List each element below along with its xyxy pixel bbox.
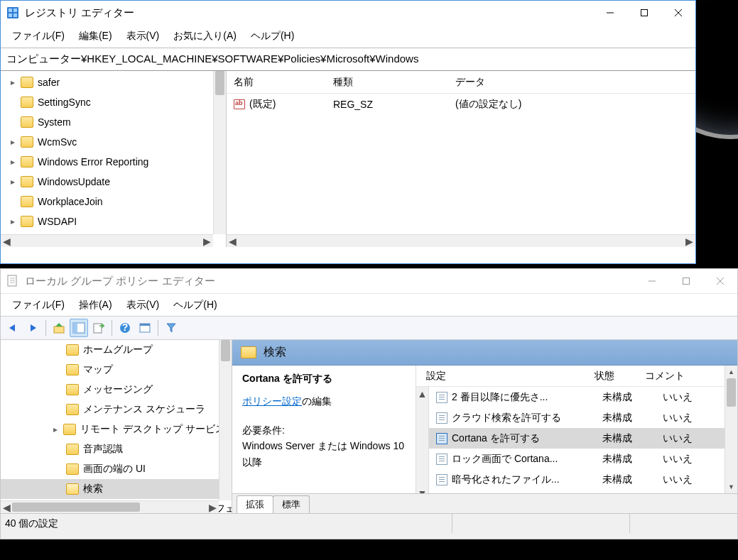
regedit-titlebar[interactable]: レジストリ エディター (1, 1, 695, 25)
policy-setting-link[interactable]: ポリシー設定 (242, 395, 302, 407)
tab-extended[interactable]: 拡張 (237, 495, 273, 513)
chevron-icon[interactable]: ▸ (11, 137, 21, 147)
gpedit-title: ローカル グループ ポリシー エディター (25, 275, 635, 288)
setting-row[interactable]: ロック画面で Cortana...未構成いいえ (429, 449, 737, 469)
col-setting[interactable]: 設定 (416, 370, 565, 383)
menu-help[interactable]: ヘルプ(H) (244, 27, 301, 45)
col-state[interactable]: 状態 (565, 370, 636, 383)
minimize-button[interactable] (635, 270, 669, 292)
chevron-icon[interactable]: ▸ (11, 216, 21, 226)
col-comment[interactable]: コメント (636, 370, 686, 383)
node-label: WcmSvc (38, 136, 77, 148)
menu-edit[interactable]: 編集(E) (72, 27, 119, 45)
node-label: マップ (83, 363, 113, 376)
chevron-icon[interactable]: ▸ (53, 424, 63, 434)
setting-row[interactable]: 暗号化されたファイル...未構成いいえ (429, 469, 737, 490)
folder-icon (21, 136, 33, 148)
gp-tree-hscroll[interactable]: ◀▶ (1, 500, 219, 513)
node-label: リモート デスクトップ サービス (80, 423, 225, 436)
tree-node[interactable]: SettingSync (1, 92, 226, 112)
setting-name: 2 番目以降に優先さ... (452, 391, 548, 404)
tree-node[interactable]: メッセージング (1, 380, 232, 400)
chevron-icon[interactable]: ▸ (11, 177, 21, 187)
show-hide-tree-button[interactable] (70, 319, 88, 337)
values-header[interactable]: 名前 種類 データ (227, 71, 695, 94)
col-type[interactable]: 種類 (326, 76, 448, 89)
maximize-button[interactable] (627, 1, 661, 24)
setting-row[interactable]: クラウド検索を許可する未構成いいえ (429, 407, 737, 428)
desktop-background (695, 0, 738, 264)
help-button[interactable]: ? (116, 319, 134, 337)
setting-row[interactable]: 2 番目以降に優先さ...未構成いいえ (429, 387, 737, 407)
value-row[interactable]: (既定) REG_SZ (値の設定なし) (227, 94, 695, 115)
regedit-window: レジストリ エディター ファイル(F) 編集(E) 表示(V) お気に入り(A)… (0, 0, 696, 264)
menu-view[interactable]: 表示(V) (119, 27, 167, 45)
tree-node[interactable]: ▸WcmSvc (1, 132, 226, 152)
node-label: 検索 (83, 483, 103, 495)
string-icon (234, 99, 245, 109)
properties-button[interactable] (136, 319, 154, 337)
close-button[interactable] (703, 270, 737, 292)
gp-tree-vscroll[interactable] (219, 340, 232, 500)
svg-rect-19 (73, 323, 77, 333)
svg-rect-24 (140, 324, 150, 326)
close-button[interactable] (661, 1, 695, 24)
tree-node[interactable]: マップ (1, 360, 232, 380)
tab-standard[interactable]: 標準 (273, 495, 310, 513)
up-button[interactable] (50, 319, 68, 337)
col-name[interactable]: 名前 (227, 76, 326, 89)
values-hscroll[interactable]: ◀▶ (227, 234, 695, 247)
export-button[interactable] (89, 319, 108, 337)
col-data[interactable]: データ (448, 76, 695, 89)
tree-node[interactable]: 画面の端の UI (1, 459, 232, 479)
folder-icon (21, 176, 33, 187)
tree-node[interactable]: 検索 (1, 479, 232, 499)
list-left-scroll[interactable]: ▲▼ (416, 387, 429, 493)
detail-title: Cortana を許可する (242, 373, 406, 385)
setting-row[interactable]: 検索と Cortana によ...未構成いいえ (429, 490, 737, 493)
setting-state: 未構成 (578, 391, 649, 404)
back-button[interactable] (4, 319, 22, 337)
tree-node[interactable]: ▸WindowsUpdate (1, 172, 226, 192)
forward-button[interactable] (23, 319, 42, 337)
node-label: 画面の端の UI (83, 463, 146, 476)
list-vscroll[interactable]: ▲ ▼ (725, 366, 737, 493)
gpedit-titlebar[interactable]: ローカル グループ ポリシー エディター (1, 269, 737, 293)
setting-row[interactable]: Cortana を許可する未構成いいえ (429, 428, 737, 449)
chevron-icon[interactable]: ▸ (11, 77, 21, 87)
list-header[interactable]: 設定 状態 コメント (416, 366, 737, 387)
tree-vscroll[interactable] (213, 71, 226, 234)
tree-node[interactable]: ▸リモート デスクトップ サービス (1, 419, 232, 439)
tree-node[interactable]: WorkplaceJoin (1, 192, 226, 212)
folder-icon (21, 97, 33, 108)
tree-node[interactable]: ホームグループ (1, 340, 232, 360)
minimize-button[interactable] (593, 1, 627, 24)
address-bar[interactable]: コンピューター¥HKEY_LOCAL_MACHINE¥SOFTWARE¥Poli… (1, 48, 695, 71)
value-name: (既定) (249, 98, 276, 111)
menu-help[interactable]: ヘルプ(H) (166, 296, 224, 314)
settings-list: 設定 状態 コメント ▲▼ 2 番目以降に優先さ...未構成いいえクラウド検索を… (416, 366, 737, 493)
filter-button[interactable] (162, 319, 180, 337)
folder-icon (66, 404, 79, 415)
chevron-icon[interactable]: ▸ (11, 157, 21, 167)
gpedit-tree[interactable]: ホームグループマップメッセージングメンテナンス スケジューラ▸リモート デスクト… (1, 340, 232, 513)
setting-state: 未構成 (578, 473, 649, 486)
node-label: System (38, 116, 71, 128)
tree-node[interactable]: ▸WSDAPI (1, 212, 226, 231)
svg-rect-2 (13, 9, 17, 12)
tree-hscroll[interactable]: ◀▶ (1, 234, 213, 247)
maximize-button[interactable] (669, 270, 703, 292)
menu-view[interactable]: 表示(V) (119, 296, 167, 314)
tree-node[interactable]: ▸Windows Error Reporting (1, 152, 226, 172)
menu-action[interactable]: 操作(A) (72, 296, 119, 314)
tree-node[interactable]: 音声認識 (1, 439, 232, 459)
menu-favorites[interactable]: お気に入り(A) (166, 27, 244, 45)
tree-node[interactable]: ▸safer (1, 72, 226, 92)
menu-file[interactable]: ファイル(F) (5, 27, 72, 45)
menu-file[interactable]: ファイル(F) (5, 296, 72, 314)
setting-icon (436, 392, 447, 403)
regedit-tree[interactable]: ▸saferSettingSyncSystem▸WcmSvc▸Windows E… (1, 71, 227, 247)
tree-node[interactable]: メンテナンス スケジューラ (1, 400, 232, 419)
tree-node[interactable]: System (1, 112, 226, 132)
node-label: Windows Error Reporting (38, 156, 148, 168)
